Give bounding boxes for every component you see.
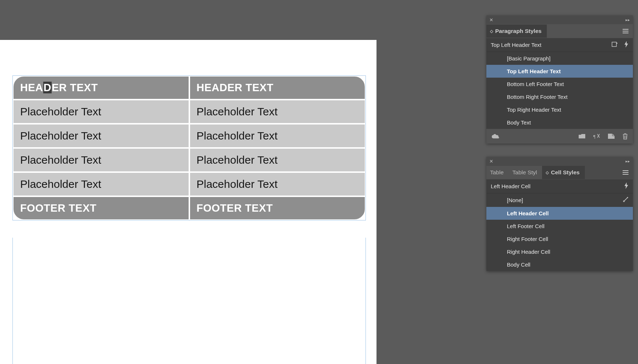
tab-cell-styles[interactable]: ◇ Cell Styles [542, 166, 585, 179]
body-cell[interactable]: Placeholder Text [13, 148, 189, 172]
header-text-pre: HEA [20, 82, 43, 93]
tab-label: Table [490, 169, 504, 176]
style-item-bottom-right-footer-text[interactable]: Bottom Right Footer Text [486, 90, 633, 103]
style-item-label: [None] [507, 197, 523, 203]
panel-tabs: ◇ Paragraph Styles [486, 24, 633, 38]
panel-titlebar[interactable]: ✕ ▸▸ [486, 15, 633, 24]
current-style-row: Top Left Header Text [486, 38, 633, 52]
header-cell-left[interactable]: HEADER TEXT [13, 76, 189, 100]
close-icon[interactable]: ✕ [489, 159, 493, 164]
body-cell[interactable]: Placeholder Text [189, 124, 366, 148]
style-item-right-header-cell[interactable]: Right Header Cell [486, 245, 633, 258]
quick-apply-icon[interactable] [624, 182, 628, 190]
style-item-basic-paragraph[interactable]: [Basic Paragraph] [486, 52, 633, 65]
svg-text:¶: ¶ [593, 134, 596, 139]
current-style-row: Left Header Cell [486, 179, 633, 193]
style-item-left-header-cell[interactable]: Left Header Cell [486, 207, 633, 220]
document-table[interactable]: HEADER TEXT HEADER TEXT Placeholder Text… [13, 76, 366, 220]
style-item-top-right-header-text[interactable]: Top Right Header Text [486, 103, 633, 116]
panel-titlebar[interactable]: ✕ ▸▸ [486, 157, 633, 166]
panel-menu-icon[interactable] [618, 29, 633, 33]
lock-icon [623, 197, 628, 204]
table-row[interactable]: Placeholder Text Placeholder Text [13, 172, 366, 196]
cc-libraries-icon[interactable] [492, 133, 500, 139]
footer-cell-left[interactable]: FOOTER TEXT [13, 196, 189, 220]
paragraph-styles-panel: ✕ ▸▸ ◇ Paragraph Styles Top Left Header … [486, 15, 633, 144]
style-item-top-left-header-text[interactable]: Top Left Header Text [486, 65, 633, 78]
svg-rect-0 [612, 42, 616, 47]
footer-cell-right[interactable]: FOOTER TEXT [189, 196, 366, 220]
quick-apply-icon[interactable] [624, 41, 628, 49]
cell-styles-panel: ✕ ▸▸ Table Table Styl ◇ Cell Styles Left… [486, 157, 633, 271]
sort-icon: ◇ [490, 29, 493, 34]
table-row[interactable]: Placeholder Text Placeholder Text [13, 100, 366, 124]
table-footer-row[interactable]: FOOTER TEXT FOOTER TEXT [13, 196, 366, 220]
tab-paragraph-styles[interactable]: ◇ Paragraph Styles [486, 25, 547, 38]
current-style-name: Top Left Header Text [491, 42, 541, 48]
style-item-body-text[interactable]: Body Text [486, 116, 633, 129]
header-cell-right[interactable]: HEADER TEXT [189, 76, 366, 100]
panel-menu-icon[interactable] [618, 170, 633, 175]
panel-body: Top Left Header Text [Basic Paragraph] T… [486, 38, 633, 129]
document-canvas[interactable]: HEADER TEXT HEADER TEXT Placeholder Text… [0, 40, 377, 364]
style-item-right-footer-cell[interactable]: Right Footer Cell [486, 233, 633, 245]
clear-overrides-icon[interactable]: ¶ [593, 133, 600, 139]
sort-icon: ◇ [546, 170, 549, 175]
panel-footer: ¶ [486, 129, 633, 144]
new-style-icon[interactable] [608, 134, 615, 139]
body-cell[interactable]: Placeholder Text [13, 100, 189, 124]
close-icon[interactable]: ✕ [489, 17, 493, 23]
style-item-none[interactable]: [None] [486, 193, 633, 207]
text-frame-overflow[interactable] [12, 238, 366, 364]
style-item-left-footer-cell[interactable]: Left Footer Cell [486, 220, 633, 233]
collapse-icon[interactable]: ▸▸ [626, 18, 630, 22]
panel-body: Left Header Cell [None] Left Header Cell… [486, 179, 633, 271]
table-header-row[interactable]: HEADER TEXT HEADER TEXT [13, 76, 366, 100]
header-text-post: ER TEXT [52, 82, 98, 93]
current-style-name: Left Header Cell [491, 183, 530, 189]
new-folder-icon[interactable] [579, 134, 585, 139]
table-row[interactable]: Placeholder Text Placeholder Text [13, 148, 366, 172]
tab-label: Paragraph Styles [495, 28, 542, 34]
collapse-icon[interactable]: ▸▸ [626, 159, 630, 164]
tab-table-styles[interactable]: Table Styl [509, 166, 542, 179]
tab-label: Cell Styles [551, 169, 579, 176]
style-item-bottom-left-footer-text[interactable]: Bottom Left Footer Text [486, 78, 633, 90]
new-group-icon[interactable] [612, 42, 617, 48]
text-frame[interactable]: HEADER TEXT HEADER TEXT Placeholder Text… [12, 75, 366, 220]
cell-style-list: [None] Left Header Cell Left Footer Cell… [486, 193, 633, 271]
body-cell[interactable]: Placeholder Text [13, 172, 189, 196]
body-cell[interactable]: Placeholder Text [189, 172, 366, 196]
body-cell[interactable]: Placeholder Text [189, 100, 366, 124]
paragraph-style-list: [Basic Paragraph] Top Left Header Text B… [486, 52, 633, 129]
tab-table[interactable]: Table [486, 166, 509, 179]
text-cursor-selection: D [43, 82, 52, 93]
table-row[interactable]: Placeholder Text Placeholder Text [13, 124, 366, 148]
body-cell[interactable]: Placeholder Text [13, 124, 189, 148]
style-item-body-cell[interactable]: Body Cell [486, 258, 633, 271]
body-cell[interactable]: Placeholder Text [189, 148, 366, 172]
panel-tabs: Table Table Styl ◇ Cell Styles [486, 166, 633, 179]
tab-label: Table Styl [512, 169, 537, 176]
trash-icon[interactable] [623, 133, 628, 140]
